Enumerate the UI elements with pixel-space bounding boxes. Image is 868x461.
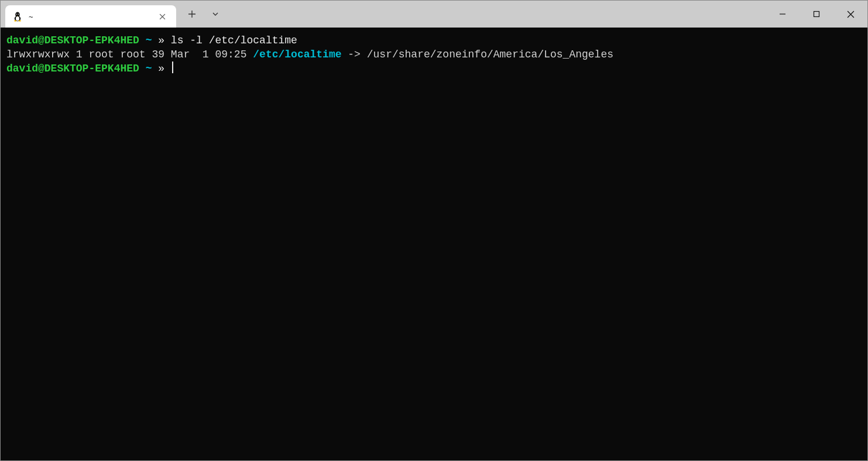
tab-active[interactable]: ~: [5, 5, 176, 28]
tab-close-button[interactable]: [155, 9, 169, 23]
command-text: ls -l /etc/localtime: [171, 35, 297, 46]
svg-point-4: [18, 14, 19, 15]
terminal-body[interactable]: david@DESKTOP-EPK4HED ~ » ls -l /etc/loc…: [1, 28, 867, 460]
tab-title: ~: [29, 12, 149, 21]
prompt-char: »: [158, 35, 171, 46]
svg-rect-7: [814, 12, 819, 17]
ls-output-target: /usr/share/zoneinfo/America/Los_Angeles: [367, 49, 613, 60]
tabstrip-controls: [176, 1, 225, 28]
terminal-window: ~ david@DESKTOP-EPK4HED ~ » ls: [0, 0, 868, 461]
ls-output-linkname: /etc/localtime: [253, 49, 341, 60]
prompt-cwd: ~: [139, 63, 158, 74]
minimize-button[interactable]: [766, 1, 800, 28]
svg-point-3: [16, 14, 18, 15]
tab-dropdown-button[interactable]: [205, 4, 225, 24]
window-controls: [766, 1, 867, 28]
prompt-userhost: david@DESKTOP-EPK4HED: [6, 35, 139, 46]
titlebar[interactable]: ~: [1, 1, 867, 28]
maximize-button[interactable]: [800, 1, 833, 28]
prompt-userhost: david@DESKTOP-EPK4HED: [6, 63, 139, 74]
svg-point-6: [19, 20, 22, 21]
tux-icon: [12, 11, 23, 22]
ls-output-arrow: ->: [342, 49, 367, 60]
svg-point-5: [14, 20, 17, 21]
prompt-char: »: [158, 63, 171, 74]
prompt-cwd: ~: [139, 35, 158, 46]
close-button[interactable]: [833, 1, 867, 28]
ls-output-perms: lrwxrwxrwx 1 root root 39 Mar 1 09:25: [6, 49, 253, 60]
cursor: [172, 62, 173, 73]
new-tab-button[interactable]: [182, 4, 202, 24]
svg-point-2: [16, 16, 19, 21]
